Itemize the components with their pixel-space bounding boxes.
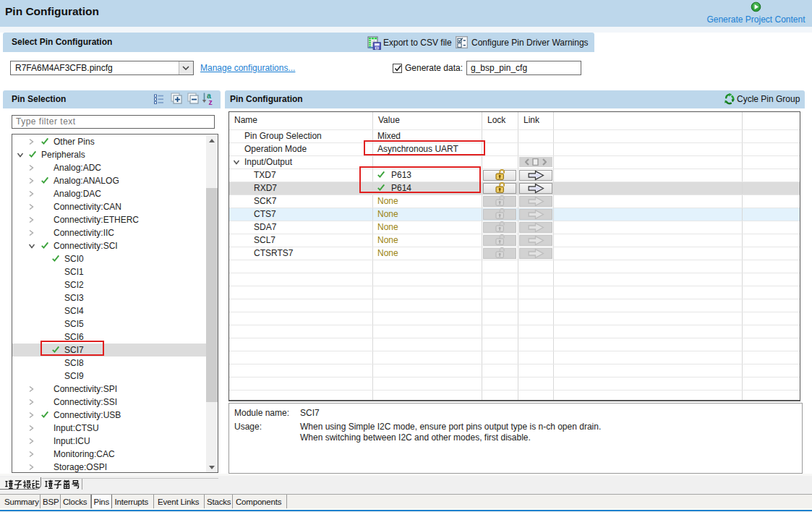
svg-text:z: z <box>209 98 213 106</box>
